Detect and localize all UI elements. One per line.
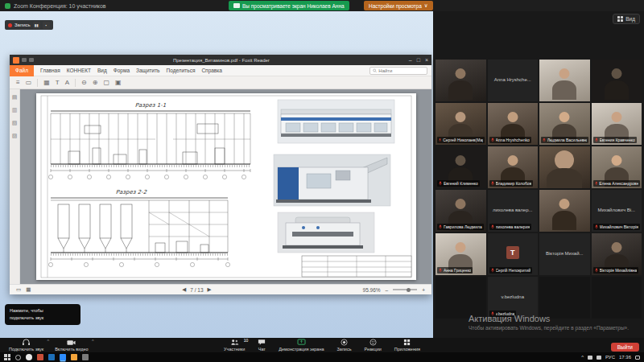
participants-icon xyxy=(230,339,239,346)
single-page-view-icon: ▭ xyxy=(16,286,21,293)
taskbar-app-icon[interactable] xyxy=(48,354,55,360)
volume-icon[interactable] xyxy=(597,356,601,360)
search-icon xyxy=(373,68,377,73)
join-audio-button[interactable]: Подключить звук ^ xyxy=(3,338,49,352)
participant-tile[interactable] xyxy=(539,190,590,232)
view-options-button[interactable]: Настройки просмотра ∨ xyxy=(364,1,433,10)
participant-tile[interactable]: Елена Александровна xyxy=(592,146,642,188)
participant-video xyxy=(592,60,642,101)
participant-tile[interactable]: Сергей Николаев(Марина) xyxy=(436,103,486,145)
stop-recording-button[interactable]: ▪ xyxy=(43,22,50,29)
fit-width-icon: ▣ xyxy=(115,79,122,86)
participant-name: Евгений Клименко xyxy=(444,181,478,186)
participant-tile[interactable]: T Сергій Непокритий xyxy=(488,233,539,275)
taskbar-app-icon[interactable] xyxy=(82,354,89,360)
machine-photo-1 xyxy=(278,100,394,143)
taskbar-search-icon[interactable] xyxy=(15,355,21,360)
section-drawing-1 xyxy=(48,111,250,179)
mic-muted-icon xyxy=(595,138,598,142)
participant-tile[interactable]: Вікторія Михайлівна xyxy=(592,233,642,275)
apps-grid-icon xyxy=(403,339,411,346)
participant-tile[interactable]: Вікторія Михай... xyxy=(539,233,590,275)
comments-panel-icon: ▨ xyxy=(12,133,18,139)
participant-tile[interactable]: Анна Гриценко xyxy=(436,233,486,275)
participant-tile[interactable]: Михайлович Ві... Михайлович Вікторія xyxy=(592,190,642,232)
participant-tile-active-speaker[interactable]: Евгения Кравченко xyxy=(592,103,642,145)
participant-tile[interactable] xyxy=(592,277,642,319)
gallery-view-button[interactable]: Вид xyxy=(613,14,640,24)
pdf-menubar: Файл Главная КОННЕКТ Вид Форма Защитить … xyxy=(10,65,431,76)
smiley-icon xyxy=(369,339,377,346)
participant-video xyxy=(539,60,590,101)
banner-text: Вы просматриваете экран Николаев Анна xyxy=(242,3,345,9)
participant-name: Анна Гриценко xyxy=(444,268,471,273)
network-icon[interactable] xyxy=(588,356,592,360)
typewriter-icon: A xyxy=(65,79,69,86)
taskbar-browser-icon[interactable] xyxy=(26,354,32,360)
security-shield-icon[interactable] xyxy=(5,3,10,9)
apps-label: Приложения xyxy=(394,347,420,352)
share-screen-button[interactable]: Демонстрация экрана xyxy=(273,338,329,352)
participant-tile[interactable]: лихолева валер... лихолева валерия xyxy=(488,190,539,232)
taskbar-zoom-icon[interactable] xyxy=(60,354,66,360)
meeting-title: Zoom Конференция: 10 участников xyxy=(14,3,106,9)
pdf-search-box xyxy=(369,67,427,75)
fit-page-icon: ▢ xyxy=(103,79,109,86)
thumbnail-view-icon: ▦ xyxy=(26,286,31,293)
participants-button[interactable]: Участники 10 xyxy=(218,338,250,352)
next-page-icon: ▶ xyxy=(208,286,212,293)
participant-name: Сергей Николаев(Марина) xyxy=(443,138,483,142)
participant-tile[interactable] xyxy=(592,60,642,101)
drawing2-label: Разрез 2-2 xyxy=(115,189,147,195)
text-select-icon: T xyxy=(56,79,60,86)
pdf-page-content: Разрез 1-1 xyxy=(36,93,416,280)
participant-tile[interactable] xyxy=(539,146,590,188)
participant-name: Евгения Кравченко xyxy=(600,138,635,142)
toolbar-left-group: Подключить звук ^ Включить видео ^ xyxy=(0,338,94,352)
chat-button[interactable]: Чат xyxy=(252,338,271,352)
participant-label: Сергей Николаев(Марина) xyxy=(437,137,485,143)
participant-tile[interactable]: Владимир Колобов xyxy=(488,146,539,188)
foxit-logo-icon xyxy=(13,57,19,64)
participant-tile[interactable] xyxy=(436,277,486,319)
participant-tile[interactable]: Гаврилова Людмила xyxy=(436,190,486,232)
participant-tile[interactable] xyxy=(436,60,486,101)
mic-muted-icon xyxy=(595,224,598,229)
participant-tile[interactable] xyxy=(539,277,590,319)
language-indicator[interactable]: РУС xyxy=(605,355,615,360)
start-video-button[interactable]: Включить видео ^ xyxy=(49,338,94,352)
tray-chevron-up-icon[interactable]: ^ xyxy=(581,355,584,360)
machine-photo-3 xyxy=(278,212,374,253)
taskbar-app-icon[interactable] xyxy=(37,354,43,360)
tab-file: Файл xyxy=(10,65,34,76)
mic-muted-icon xyxy=(439,268,442,273)
participant-tile[interactable]: Евгений Клименко xyxy=(436,146,486,188)
page-indicator: 7 / 13 xyxy=(190,287,203,293)
participant-tile[interactable] xyxy=(539,60,590,101)
windows-activation-watermark: Активация Windows Чтобы активировать Win… xyxy=(469,314,639,331)
participant-label: лихолева валерия xyxy=(489,224,532,230)
mic-muted-icon xyxy=(491,181,494,186)
clock[interactable]: 17:36 xyxy=(619,355,631,360)
chevron-up-icon[interactable]: ^ xyxy=(92,339,94,343)
participant-name: лихолева валерия xyxy=(496,224,530,229)
apps-button[interactable]: Приложения xyxy=(389,338,426,352)
reactions-button[interactable]: Реакции xyxy=(359,338,387,352)
tab-share: Поделиться xyxy=(167,68,196,73)
start-button[interactable] xyxy=(4,354,10,360)
participant-tile[interactable]: Людмила Васильевна xyxy=(539,103,590,145)
zoom-out-icon: – xyxy=(386,287,389,293)
pdf-page: Разрез 1-1 xyxy=(36,93,416,280)
leave-meeting-button[interactable]: Выйти xyxy=(611,343,639,352)
participant-tile[interactable]: Anna Hryshche... xyxy=(488,60,539,101)
pause-recording-button[interactable]: ▮▮ xyxy=(33,22,40,29)
participant-tile[interactable]: Anna Hryshchenko xyxy=(488,103,539,145)
participant-name: Елена Александровна xyxy=(599,181,638,186)
taskbar-folder-icon[interactable] xyxy=(71,354,77,360)
record-button[interactable]: Запись xyxy=(332,338,357,352)
participant-tile[interactable]: v.bezludna v.bezludna xyxy=(488,277,539,319)
notifications-icon[interactable] xyxy=(635,356,640,360)
quick-access-icon xyxy=(22,58,27,62)
toolbar-center-group: Участники 10 Чат Демонстрация экрана xyxy=(218,338,426,352)
camera-icon xyxy=(67,339,76,346)
